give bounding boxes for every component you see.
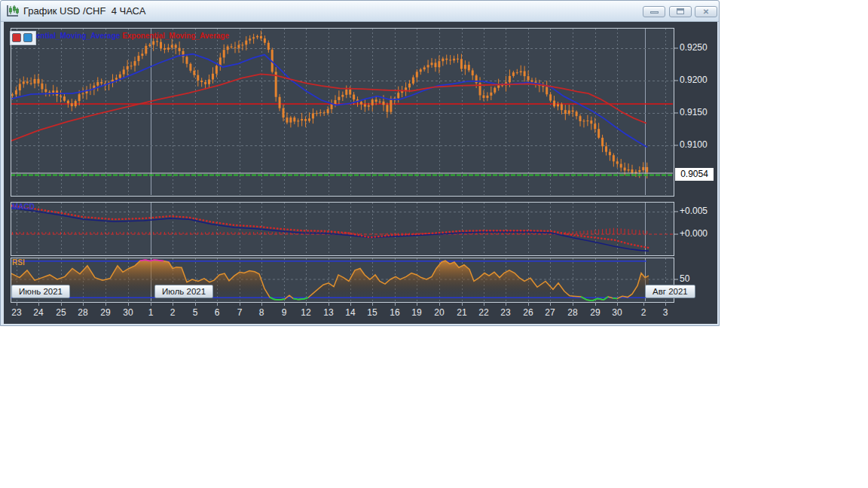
minimize-button[interactable] — [643, 6, 665, 17]
price-chart-panel[interactable] — [11, 28, 674, 197]
close-icon: ✕ — [695, 7, 717, 17]
close-button[interactable]: ✕ — [695, 6, 717, 17]
page-background: График USD /CHF 4 ЧАСА ✕ ential_Moving_A… — [0, 0, 868, 488]
candlestick-chart-icon — [6, 5, 20, 17]
window-title: График USD /CHF 4 ЧАСА — [23, 5, 145, 17]
macd-panel[interactable] — [11, 202, 674, 256]
maximize-button[interactable] — [669, 6, 692, 17]
rsi-panel[interactable] — [11, 258, 674, 303]
chart-window[interactable]: График USD /CHF 4 ЧАСА ✕ ential_Moving_A… — [0, 0, 720, 326]
chart-client-area — [4, 22, 717, 324]
window-titlebar[interactable]: График USD /CHF 4 ЧАСА ✕ — [1, 1, 719, 22]
minimize-icon — [650, 11, 659, 14]
maximize-icon — [677, 8, 684, 14]
